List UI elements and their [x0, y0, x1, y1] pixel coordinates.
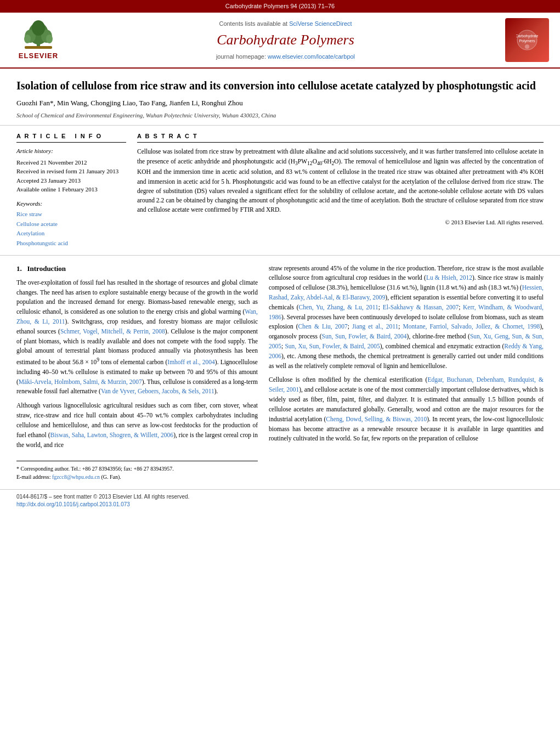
ref-jiang-2011[interactable]: Jiang et al., 2011 — [352, 323, 398, 330]
authors-text: Guozhi Fan*, Min Wang, Chongjing Liao, T… — [16, 99, 243, 107]
elsevier-text: ELSEVIER — [19, 51, 58, 61]
article-history-label: Article history: — [16, 147, 126, 155]
ref-cheng-2010[interactable]: Cheng, Dowd, Selling, & Biswas, 2010 — [326, 416, 427, 422]
intro-paragraph-1: The over-exploitation of fossil fuel has… — [16, 278, 258, 397]
ref-chen-liu-2007[interactable]: Chen & Liu, 2007 — [298, 323, 348, 330]
journal-badge: Carbohydrate Polymers — [505, 18, 549, 62]
homepage-prefix: journal homepage: — [216, 53, 268, 60]
left-content-column: 1. Introduction The over-exploitation of… — [16, 264, 258, 482]
main-content: 1. Introduction The over-exploitation of… — [0, 256, 560, 490]
keyword-4[interactable]: Phosphotungstic acid — [16, 239, 126, 248]
svg-text:Carbohydrate: Carbohydrate — [516, 34, 538, 38]
journal-citation: Carbohydrate Polymers 94 (2013) 71–76 — [225, 3, 335, 9]
journal-header: ELSEVIER Contents lists available at Sci… — [0, 13, 560, 69]
article-title-area: Isolation of cellulose from rice straw a… — [0, 69, 560, 126]
ref-maki-2007[interactable]: Mäki-Arvela, Holmbom, Salmi, & Murzin, 2… — [19, 378, 142, 385]
sciverse-link[interactable]: SciVerse ScienceDirect — [289, 20, 352, 27]
keyword-3[interactable]: Acetylation — [16, 229, 126, 239]
ref-montane-1998[interactable]: Montane, Farriol, Salvado, Jollez, & Cho… — [403, 323, 540, 330]
available-date: Available online 1 February 2013 — [16, 185, 126, 194]
journal-info-center: Contents lists available at SciVerse Sci… — [74, 18, 497, 62]
footnote-area: * Corresponding author. Tel.: +86 27 839… — [16, 461, 258, 481]
badge-icon: Carbohydrate Polymers — [516, 29, 538, 51]
right-paragraph-1: straw represents around 45% of the volum… — [269, 264, 544, 371]
article-info-abstract-section: A R T I C L E I N F O Article history: R… — [0, 126, 560, 256]
ref-vandervyver-2011[interactable]: Van de Vyver, Geboers, Jacobs, & Sels, 2… — [101, 388, 214, 394]
article-info-column: A R T I C L E I N F O Article history: R… — [16, 132, 126, 248]
section-title-text: Introduction — [27, 264, 66, 273]
received-date: Received 21 November 2012 — [16, 158, 126, 167]
footnote-corresponding: * Corresponding author. Tel.: +86 27 839… — [16, 465, 258, 473]
bottom-bar: 0144-8617/$ – see front matter © 2013 El… — [0, 489, 560, 512]
homepage-link[interactable]: www.elsevier.com/locate/carbpol — [268, 53, 355, 60]
right-paragraph-2: Cellulose is often modified by the chemi… — [269, 375, 544, 444]
svg-rect-5 — [25, 46, 52, 49]
sciverse-line: Contents lists available at SciVerse Sci… — [219, 20, 352, 28]
sciverse-prefix: Contents lists available at — [219, 20, 289, 27]
section-number: 1. — [16, 264, 22, 273]
ref-sun-2004[interactable]: Sun, Sun, Fowler, & Baird, 2004 — [321, 333, 406, 340]
email-link[interactable]: fgzcc8@whpu.edu.cn — [52, 474, 100, 480]
article-info-header: A R T I C L E I N F O — [16, 132, 126, 143]
footnote-email: E-mail address: fgzcc8@whpu.edu.cn (G. F… — [16, 473, 258, 481]
homepage-line: journal homepage: www.elsevier.com/locat… — [216, 53, 355, 61]
ref-chen-2011[interactable]: Chen, Yu, Zhang, & Lu, 2011 — [299, 304, 378, 310]
journal-header-bar: Carbohydrate Polymers 94 (2013) 71–76 — [0, 0, 560, 13]
ref-biswas-2006[interactable]: Biswas, Saha, Lawton, Shogren, & Willett… — [50, 432, 174, 438]
section-1-title: 1. Introduction — [16, 264, 258, 274]
ref-schmer-2008[interactable]: Schmer, Vogel, Mitchell, & Perrin, 2008 — [60, 328, 165, 335]
svg-point-7 — [46, 35, 53, 43]
keywords-label: Keywords: — [16, 200, 126, 208]
article-affiliation: School of Chemical and Environmental Eng… — [16, 111, 544, 120]
article-title: Isolation of cellulose from rice straw a… — [16, 78, 544, 93]
keyword-1[interactable]: Rice straw — [16, 210, 126, 219]
elsevier-tree-icon — [19, 20, 58, 50]
ref-hessien-2009[interactable]: Hessien, Rashad, Zaky, Abdel-Aal, & El-B… — [269, 284, 544, 301]
ref-wan-2011[interactable]: Wan, Zhou, & Li, 2011 — [16, 308, 258, 325]
intro-paragraph-2: Although various lignocellulosic agricul… — [16, 401, 258, 450]
doi-text: http://dx.doi.org/10.1016/j.carbpol.2013… — [16, 501, 544, 508]
issn-text: 0144-8617/$ – see front matter © 2013 El… — [16, 493, 544, 501]
page-wrapper: Carbohydrate Polymers 94 (2013) 71–76 — [0, 0, 560, 741]
svg-point-6 — [24, 35, 31, 43]
doi-link[interactable]: http://dx.doi.org/10.1016/j.carbpol.2013… — [16, 501, 130, 507]
abstract-text: Cellulose was isolated from rice straw b… — [137, 147, 544, 214]
ref-imhoff-2004[interactable]: Imhoff et al., 2004 — [167, 359, 214, 365]
elsevier-logo: ELSEVIER — [19, 20, 58, 61]
svg-point-4 — [32, 20, 45, 36]
copyright-line: © 2013 Elsevier Ltd. All rights reserved… — [137, 218, 544, 227]
received-revised-date: Received in revised form 21 January 2013 — [16, 167, 126, 176]
svg-text:Polymers: Polymers — [519, 39, 535, 43]
svg-point-11 — [525, 44, 529, 49]
abstract-column: A B S T R A C T Cellulose was isolated f… — [137, 132, 544, 248]
ref-lu-2012[interactable]: Lu & Hsieh, 2012 — [426, 274, 472, 281]
accepted-date: Accepted 23 January 2013 — [16, 176, 126, 185]
ref-sun-xu2-2005[interactable]: Sun, Xu, Sun, Fowler, & Baird, 2005 — [285, 343, 380, 349]
ref-edgar-2001[interactable]: Edgar, Buchanan, Debenham, Rundquist, & … — [269, 376, 544, 393]
elsevier-logo-area: ELSEVIER — [8, 18, 69, 62]
keyword-2[interactable]: Cellulose acetate — [16, 219, 126, 229]
journal-badge-area: Carbohydrate Polymers — [502, 18, 552, 62]
abstract-header: A B S T R A C T — [137, 132, 544, 143]
journal-title: Carbohydrate Polymers — [217, 30, 354, 50]
right-content-column: straw represents around 45% of the volum… — [269, 264, 544, 482]
article-authors: Guozhi Fan*, Min Wang, Chongjing Liao, T… — [16, 98, 544, 108]
ref-el-sakhawy-2007[interactable]: El-Sakhawy & Hassan, 2007 — [383, 304, 459, 310]
